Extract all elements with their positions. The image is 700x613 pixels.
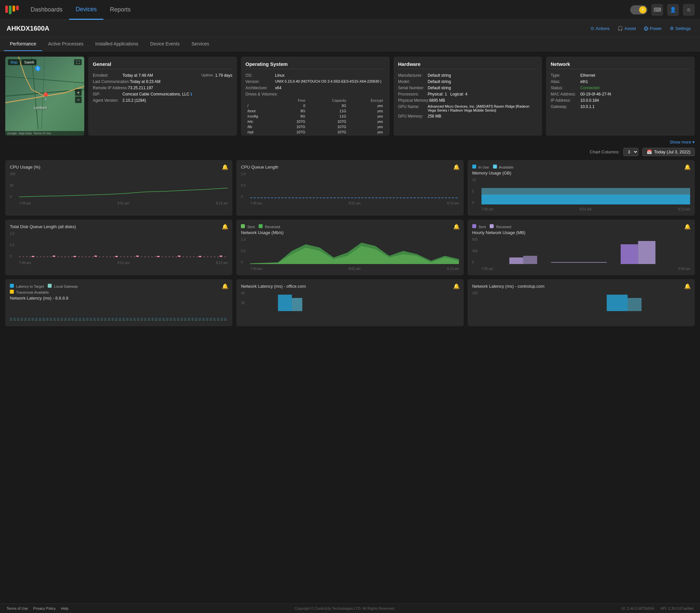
disk-x-labels: 7:49 am 8:01 am 8:13 am [19,261,228,265]
show-more-button[interactable]: Show more ▾ [670,140,695,144]
keyboard-icon-btn[interactable]: ⌨ [651,4,663,16]
svg-point-16 [199,256,201,257]
mem-inuse-legend: In Use [472,165,489,169]
yd-10: 1.0 [10,232,19,235]
map-location-label: Lambert [34,106,47,109]
os-arch-value: x64 [275,86,281,90]
map-expand-btn[interactable]: ⛶ [74,59,82,65]
tab-active-processes[interactable]: Active Processes [42,37,89,51]
latency-8888-bell[interactable]: 🔔 [222,283,228,289]
assist-button[interactable]: 🎧 Assist [615,24,638,32]
map-footer: Google Map Data Terms of Use [5,131,84,136]
vol-cap: 107G [307,130,348,134]
ui-version: UI: 2.46.0.b875b564 [621,607,654,610]
zoom-in-btn[interactable]: + [75,89,82,96]
vol-enc: yes [348,119,384,124]
logout-icon-btn[interactable]: ⎋ [683,4,695,16]
nav-devices[interactable]: Devices [69,0,103,20]
y-0: 0 [10,195,19,198]
memory-bell[interactable]: 🔔 [684,164,691,170]
hourly-network-bell[interactable]: 🔔 [684,223,691,230]
x-749: 7:49 am [19,201,31,205]
hw-manufacturer-value: Default string [428,73,451,78]
latency-controlup-area: 100 [472,291,690,318]
terms-link[interactable]: Terms of Use [6,607,28,610]
help-link[interactable]: Help [61,607,68,610]
nav-dashboards[interactable]: Dashboards [24,0,69,20]
map-terms-label: Terms of Use [34,132,51,135]
tab-device-events[interactable]: Device Events [144,37,185,51]
nav-reports[interactable]: Reports [103,0,137,20]
map-view-btn[interactable]: Map [8,59,20,65]
os-card: Operating System OS: Linux Version: UNIX… [241,57,389,136]
power-button[interactable]: ⏻ Power [641,24,664,32]
xn-801: 8:01 am [348,267,360,271]
net-type-label: Type: [551,73,580,78]
logo-bar-red [5,5,8,13]
user-icon-btn[interactable]: 👤 [667,4,679,16]
yn-10: 1.0 [241,238,250,241]
date-label: Today (Jul 3, 2022) [654,149,690,154]
hw-gpu-row: GPU Name: Advanced Micro Devices, Inc. [… [398,104,538,112]
date-picker-btn[interactable]: 📅 Today (Jul 3, 2022) [643,148,695,156]
charts-grid-row1: CPU Usage (%) 🔔 100 50 0 7:49 am 8:01 am… [5,160,695,216]
yo-40: 40 [241,291,250,295]
memory-x-labels: 7:49 am 8:01 am 8:13 am [481,207,690,211]
logo-bar-orange [13,5,15,12]
latency-controlup-bell[interactable]: 🔔 [684,283,691,289]
map-controls: Map Satelli [8,59,37,65]
hw-model-label: Model: [398,79,428,84]
vol-free: 8G [279,114,306,118]
latency-8888-chart: Latency to Target Local Gateway Tracerou… [5,279,232,326]
network-usage-area: 1.0 0.5 0 7:49 am 8:01 am 8:13 am [241,238,459,271]
network-legend: Sent Received [241,224,459,229]
cpu-queue-bell[interactable]: 🔔 [453,164,460,170]
tab-performance[interactable]: Performance [4,37,42,51]
latency-office-y-labels: 40 30 [241,291,250,311]
actions-button[interactable]: ⊙ Actions [588,24,612,32]
privacy-link[interactable]: Privacy Policy [33,607,56,610]
cpu-queue-x-labels: 7:49 am 8:01 am 8:13 am [250,201,459,205]
yn-00: 0 [241,260,250,264]
vol-cap: 11G [307,114,348,118]
logo-bar-red2 [16,5,19,10]
net-gateway-label: Gateway: [551,104,580,109]
os-arch-label: Architecture: [246,86,275,90]
hw-processors-label: Processors: [398,92,428,96]
vol-free: 8G [279,109,306,113]
xd-749: 7:49 am [19,261,31,265]
latency-office-bell[interactable]: 🔔 [453,283,460,289]
cpu-queue-chart: CPU Queue Length 🔔 1.0 0.5 0 7:49 am 8:0… [236,160,463,216]
net-ip-value: 10.0.0.184 [580,98,599,103]
memory-title: Memory Usage (GB) [472,171,690,175]
lat-gateway-legend: Local Gateway [48,284,78,288]
network-usage-bell[interactable]: 🔔 [453,223,460,230]
bottom-charts-grid: Latency to Target Local Gateway Tracerou… [5,279,695,326]
hourly-legend: Sent Received [472,224,690,229]
enrolled-label: Enrolled: [93,73,122,78]
ym-5: 5 [472,190,481,193]
hw-physmem-row: Physical Memory: 6895 MB [398,98,538,103]
isp-info-icon[interactable]: ℹ [190,92,192,96]
uptime-label: Uptime: [201,73,214,78]
cpu-usage-bell[interactable]: 🔔 [222,164,228,170]
remote-ip-label: Remote IP Address: [93,86,128,90]
zoom-out-btn[interactable]: − [75,96,82,103]
last-comm-value: Today at 8:23 AM [130,79,161,84]
volumes-table: Free Capacity Encrypt / 0 3G yes /boot 8… [246,97,385,135]
net-alias-value: eth1 [580,79,588,84]
satellite-view-btn[interactable]: Satelli [22,59,37,65]
theme-toggle[interactable]: ☀ [630,5,647,14]
chart-cols-select[interactable]: 3 2 4 [623,148,638,156]
tab-services[interactable]: Services [186,37,215,51]
mem-avail-legend: Available [493,165,514,169]
lat-target-dot [10,284,14,288]
settings-button[interactable]: ⚙ Settings [667,24,694,32]
svg-rect-23 [638,241,655,264]
tab-installed-apps[interactable]: Installed Applications [90,37,144,51]
xm-813: 8:13 am [678,207,690,211]
net-ip-row: IP Address: 10.0.0.184 [551,98,690,103]
yh-400: 400 [472,249,481,253]
net-status-label: Status: [551,86,580,90]
disk-queue-bell[interactable]: 🔔 [222,223,228,230]
